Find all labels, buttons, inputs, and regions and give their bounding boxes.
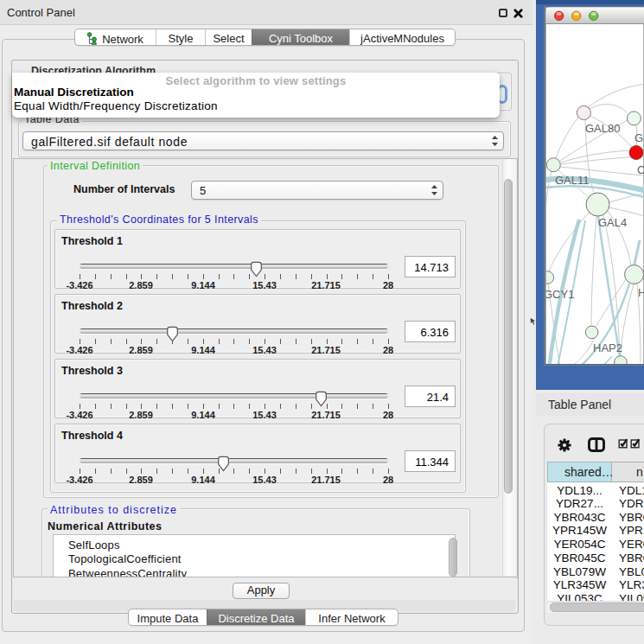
svg-text:GAL11: GAL11	[555, 174, 590, 187]
svg-text:GAL4: GAL4	[598, 216, 627, 229]
svg-text:GCY1: GCY1	[544, 288, 574, 301]
svg-text:HAP2: HAP2	[593, 341, 622, 354]
svg-text:GAL80: GAL80	[585, 122, 620, 135]
svg-text:CY: CY	[637, 163, 644, 176]
svg-text:GA: GA	[634, 131, 644, 144]
svg-text:HA: HA	[638, 286, 644, 299]
